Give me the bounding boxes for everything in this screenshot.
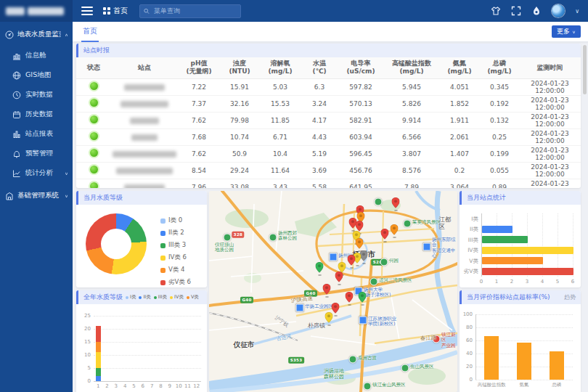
tab-home[interactable]: 首页 xyxy=(81,21,99,42)
legend-item[interactable]: II类 xyxy=(139,294,150,301)
legend-swatch xyxy=(170,296,173,299)
v-bar xyxy=(484,336,499,380)
x-tick-label: 9 xyxy=(166,384,174,389)
sidebar-item-3[interactable]: 实时数据 xyxy=(0,85,73,105)
station-pin-orange[interactable] xyxy=(356,238,364,250)
legend-item[interactable]: II类 2 xyxy=(160,229,191,237)
status-dot xyxy=(90,82,98,90)
trend-link[interactable]: 趋势 xyxy=(564,293,576,301)
station-pin-red[interactable] xyxy=(335,271,343,284)
gridline xyxy=(542,213,543,277)
station-pin-green[interactable] xyxy=(359,292,367,304)
y-tick-label: 20 xyxy=(460,364,473,369)
legend-label: I类 xyxy=(130,294,136,301)
sidebar-group-base-system[interactable]: 基础管理系统 ∨ xyxy=(0,183,73,207)
legend-item[interactable]: III类 3 xyxy=(160,241,191,250)
poi-label: 扬州西郊 森林公园 xyxy=(278,231,297,242)
cell: 3.43 xyxy=(259,179,301,188)
x-tick-label: 6 xyxy=(570,279,576,285)
stacked-bar-segment xyxy=(96,326,101,342)
station-pin-red[interactable] xyxy=(381,229,389,241)
alarm-flame-icon[interactable] xyxy=(531,6,542,16)
h-bar xyxy=(482,268,573,275)
park-poi-icon xyxy=(380,258,388,266)
gridline xyxy=(94,368,201,369)
legend-label: IV类 6 xyxy=(168,253,187,262)
cell: 5.945 xyxy=(384,78,439,95)
chevron-down-icon: ∨ xyxy=(65,171,68,175)
monthly-grade-donut-card: 当月水质等级 I类 0II类 2III类 3IV类 6V类 4劣V类 6 xyxy=(76,191,207,287)
legend-item[interactable]: IV类 xyxy=(170,294,184,301)
station-pin-red[interactable] xyxy=(323,284,331,296)
legend-item[interactable]: I类 xyxy=(126,294,136,301)
cell: 1.407 xyxy=(439,145,480,162)
legend-item[interactable]: III类 xyxy=(154,294,167,301)
cell: 2024-01-23 12:00:00 xyxy=(519,128,581,145)
legend-swatch xyxy=(160,219,166,224)
sidebar-item-6[interactable]: 预警管理 xyxy=(0,144,73,163)
table-row: 7.6810.746.714.43603.946.5662.0610.25202… xyxy=(76,128,581,145)
sidebar-item-7[interactable]: 统计分析∨ xyxy=(0,163,73,183)
clock-icon xyxy=(12,91,21,99)
y-tick-label: 60 xyxy=(460,338,473,343)
cell: 3.807 xyxy=(384,145,439,162)
y-tick-label: 0 xyxy=(76,379,91,384)
chevron-down-icon: ∨ xyxy=(572,29,576,33)
map-label-town: 朴席镇 xyxy=(308,322,325,329)
legend-item[interactable]: IV类 6 xyxy=(160,253,191,262)
station-pin-red[interactable] xyxy=(348,255,356,267)
sidebar-group-surface-water-system[interactable]: 地表水质量监测系统 ∧ xyxy=(0,22,73,46)
chevron-down-icon[interactable]: ∨ xyxy=(575,8,579,15)
legend-item[interactable]: V类 4 xyxy=(160,266,191,274)
sidebar-item-2[interactable]: GIS地图 xyxy=(0,65,73,85)
stacked-bar-segment xyxy=(96,368,101,376)
h-bar xyxy=(482,236,528,243)
poi-label: 扬州大学 (扬子津校区) xyxy=(364,287,391,298)
sidebar-item-4[interactable]: 历史数据 xyxy=(0,105,73,124)
cell: 641.95 xyxy=(338,179,384,188)
cell: 4.43 xyxy=(301,128,338,145)
map-label-water: 古运河 xyxy=(276,333,292,342)
scrollbar-thumb[interactable] xyxy=(583,45,587,94)
avatar[interactable] xyxy=(552,4,565,17)
yearly-card-title: 全年水质等级 xyxy=(83,293,123,302)
y-category-label: II类 xyxy=(460,226,478,232)
station-pin-orange[interactable] xyxy=(391,224,399,237)
more-button[interactable]: 更多 ∨ xyxy=(552,25,581,38)
x-tick-label: 5 xyxy=(130,384,139,389)
cell: 2024-01-23 12:00:00 xyxy=(519,145,581,162)
station-pin-green[interactable] xyxy=(316,262,324,274)
search-input[interactable] xyxy=(152,7,237,15)
station-pin-red[interactable] xyxy=(392,197,400,210)
station-stat-chart: 0123456I类II类III类IV类V类劣V类 xyxy=(460,205,581,287)
table-row: 7.2215.915.036.3597.825.9454.0510.345202… xyxy=(76,78,581,95)
topbar-actions: ∨ xyxy=(491,4,588,17)
stat-card-header: 当月站点统计 xyxy=(460,191,581,205)
cell: 0.25 xyxy=(480,128,519,145)
nav-home[interactable]: 首页 xyxy=(103,6,128,16)
fullscreen-icon[interactable] xyxy=(511,6,521,16)
legend-item[interactable]: V类 xyxy=(187,294,199,301)
table-row: 8.5429.2411.643.69456.768.5760.20.055202… xyxy=(76,162,581,179)
hamburger-menu-icon[interactable] xyxy=(81,7,93,15)
cell: 582.91 xyxy=(338,112,384,128)
map-card: G40G40328S28S353扬州西郊 森林公园仪征捺山 地质公园茱萸湾风景区… xyxy=(209,191,457,392)
legend-item[interactable]: I类 0 xyxy=(160,216,191,225)
station-pin-yellow[interactable] xyxy=(325,312,333,324)
station-pin-red[interactable] xyxy=(346,292,354,304)
chart-board-icon xyxy=(12,52,21,60)
bar-chart-icon xyxy=(12,130,21,139)
cell: 2024-01-23 12:00:00 xyxy=(519,95,581,112)
cell: 2024-01-23 12:00:00 xyxy=(519,112,581,128)
legend-item[interactable]: 劣V类 6 xyxy=(160,278,191,287)
sidebar-item-5[interactable]: 站点报表 xyxy=(0,124,73,144)
cell: 3.064 xyxy=(439,179,480,188)
sidebar-item-1[interactable]: 信息舱 xyxy=(0,46,73,65)
map-label-rail: 沪宁线 xyxy=(274,315,290,329)
x-axis xyxy=(94,381,201,382)
poi-label: 华扬工业园区 xyxy=(305,304,333,309)
x-tick-label: 5 xyxy=(555,279,560,285)
map-overlay: G40G40328S28S353扬州西郊 森林公园仪征捺山 地质公园茱萸湾风景区… xyxy=(209,191,457,392)
x-tick-label: 12 xyxy=(192,384,201,389)
theme-skin-icon[interactable] xyxy=(491,6,501,16)
